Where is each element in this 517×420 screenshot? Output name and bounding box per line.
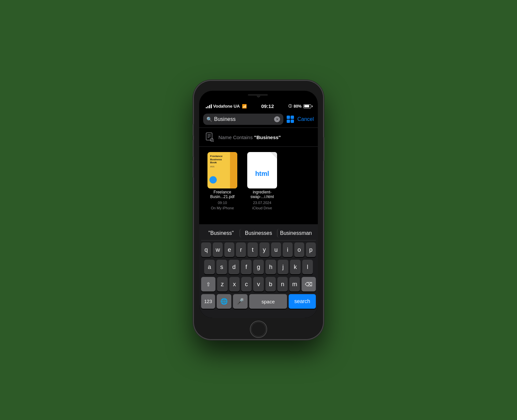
home-button[interactable] bbox=[250, 321, 267, 338]
clear-button[interactable]: ✕ bbox=[274, 116, 280, 122]
key-t[interactable]: t bbox=[248, 242, 258, 257]
grid-view-icon[interactable] bbox=[287, 116, 294, 123]
key-u[interactable]: u bbox=[271, 242, 281, 257]
key-y[interactable]: y bbox=[259, 242, 269, 257]
name-contains-suggestion[interactable]: Name Contains "Business" bbox=[199, 128, 318, 147]
shift-key[interactable]: ⇧ bbox=[201, 277, 215, 291]
key-m[interactable]: m bbox=[289, 277, 300, 291]
key-k[interactable]: k bbox=[290, 260, 301, 274]
suggestion-2[interactable]: Businesses bbox=[240, 229, 277, 237]
keyboard-row-2: a s d f g h j k l bbox=[201, 260, 316, 274]
battery-fill bbox=[304, 105, 309, 107]
cancel-button[interactable]: Cancel bbox=[297, 116, 314, 122]
status-left: Vodafone UA 📶 bbox=[206, 104, 247, 109]
keyboard-row-4: 123 🌐 🎤 space search bbox=[201, 294, 316, 309]
name-contains-prefix: Name Contains bbox=[218, 134, 254, 140]
phone-screen: Vodafone UA 📶 09:12 ⓘ 80% 🔍 Business ✕ bbox=[199, 91, 318, 318]
key-l[interactable]: l bbox=[302, 260, 313, 274]
pdf-location: On My iPhone bbox=[211, 206, 234, 210]
key-c[interactable]: c bbox=[241, 277, 252, 291]
search-bar[interactable]: 🔍 Business ✕ bbox=[203, 114, 283, 125]
microphone-key[interactable]: 🎤 bbox=[233, 294, 248, 309]
autocomplete-suggestions: "Business" Businesses Businessman bbox=[201, 227, 316, 240]
key-j[interactable]: j bbox=[278, 260, 288, 274]
svg-line-5 bbox=[213, 141, 214, 142]
status-right: ⓘ 80% bbox=[288, 104, 311, 109]
key-i[interactable]: i bbox=[283, 242, 293, 257]
key-e[interactable]: e bbox=[224, 242, 234, 257]
top-bar bbox=[199, 91, 318, 100]
svg-rect-2 bbox=[207, 136, 211, 136]
keyboard-row-3: ⇧ z x c v b n m ⌫ bbox=[201, 277, 316, 291]
key-d[interactable]: d bbox=[229, 260, 239, 274]
search-magnifier-icon: 🔍 bbox=[206, 117, 212, 122]
html-filename: ingredient-swap-...i.html bbox=[246, 190, 279, 199]
key-q[interactable]: q bbox=[201, 242, 211, 257]
pdf-thumbnail: FreelanceBusinessBook 2021 bbox=[207, 152, 237, 188]
html-location: iCloud Drive bbox=[252, 206, 272, 210]
name-contains-text: Name Contains "Business" bbox=[218, 134, 281, 140]
file-item-pdf[interactable]: FreelanceBusinessBook 2021 Freelance Bus… bbox=[206, 152, 239, 210]
volume-down-button[interactable] bbox=[193, 160, 194, 178]
key-z[interactable]: z bbox=[217, 277, 227, 291]
suggestion-3[interactable]: Businessman bbox=[277, 229, 315, 237]
key-n[interactable]: n bbox=[277, 277, 288, 291]
file-search-icon bbox=[204, 131, 215, 143]
keyboard-row-1: q w e r t y u i o p bbox=[201, 242, 316, 257]
key-f[interactable]: f bbox=[241, 260, 252, 274]
power-button[interactable] bbox=[323, 137, 324, 161]
key-p[interactable]: p bbox=[306, 242, 316, 257]
time-display: 09:12 bbox=[261, 103, 274, 109]
globe-key[interactable]: 🌐 bbox=[217, 294, 231, 309]
pdf-cover: FreelanceBusinessBook 2021 bbox=[207, 152, 237, 188]
file-item-html[interactable]: html ingredient-swap-...i.html 23.07.202… bbox=[246, 152, 279, 210]
keyboard: "Business" Businesses Businessman q w e … bbox=[199, 224, 318, 318]
html-date: 23.07.2024 bbox=[253, 201, 271, 205]
home-button-inner bbox=[251, 322, 266, 337]
key-g[interactable]: g bbox=[253, 260, 264, 274]
key-r[interactable]: r bbox=[236, 242, 246, 257]
space-key[interactable]: space bbox=[249, 294, 287, 309]
phone-device: Vodafone UA 📶 09:12 ⓘ 80% 🔍 Business ✕ bbox=[194, 81, 323, 339]
svg-rect-3 bbox=[207, 137, 209, 138]
svg-rect-0 bbox=[206, 133, 212, 140]
key-w[interactable]: w bbox=[213, 242, 223, 257]
carrier-name: Vodafone UA bbox=[213, 104, 240, 109]
key-a[interactable]: a bbox=[204, 260, 215, 274]
html-thumbnail: html bbox=[247, 152, 277, 188]
key-h[interactable]: h bbox=[265, 260, 276, 274]
battery-icon bbox=[303, 104, 311, 108]
suggestion-1[interactable]: "Business" bbox=[202, 229, 240, 237]
volume-up-button[interactable] bbox=[193, 140, 194, 157]
search-key[interactable]: search bbox=[289, 294, 316, 309]
search-area: 🔍 Business ✕ Cancel bbox=[199, 111, 318, 128]
search-input[interactable]: Business bbox=[214, 116, 272, 122]
key-b[interactable]: b bbox=[265, 277, 276, 291]
wifi-icon: 📶 bbox=[242, 104, 247, 109]
location-icon: ⓘ bbox=[288, 104, 292, 109]
speaker bbox=[248, 94, 268, 96]
backspace-key[interactable]: ⌫ bbox=[302, 277, 316, 291]
home-button-area bbox=[250, 318, 267, 339]
key-x[interactable]: x bbox=[229, 277, 240, 291]
key-s[interactable]: s bbox=[216, 260, 227, 274]
pdf-filename: Freelance Busin...21.pdf bbox=[206, 190, 239, 199]
signal-icon bbox=[206, 104, 212, 108]
key-v[interactable]: v bbox=[253, 277, 263, 291]
key-o[interactable]: o bbox=[294, 242, 304, 257]
html-icon: html bbox=[247, 152, 277, 188]
numbers-key[interactable]: 123 bbox=[201, 294, 215, 309]
svg-rect-1 bbox=[207, 134, 211, 135]
files-grid: FreelanceBusinessBook 2021 Freelance Bus… bbox=[199, 147, 318, 215]
pdf-time: 09:10 bbox=[218, 201, 227, 205]
battery-percent: 80% bbox=[294, 104, 302, 109]
name-contains-query: "Business" bbox=[254, 134, 281, 140]
